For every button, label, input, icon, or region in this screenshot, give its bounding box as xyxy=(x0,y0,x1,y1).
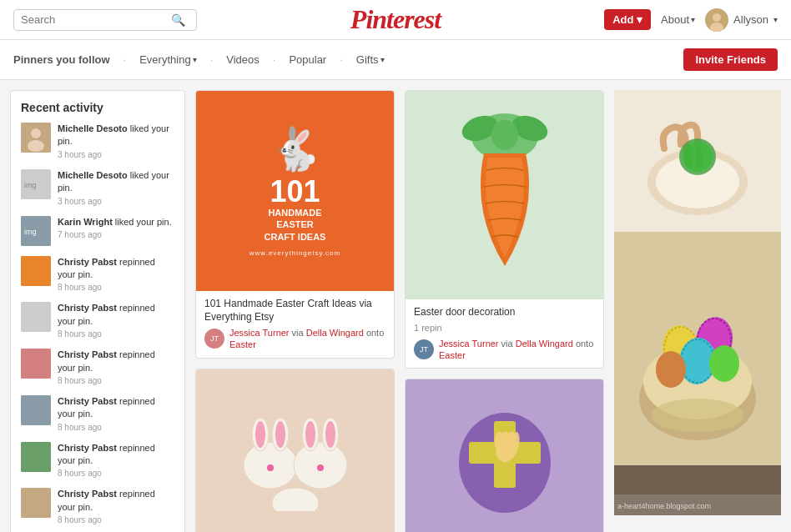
user-menu[interactable]: Allyson ▾ xyxy=(705,8,778,32)
activity-user-name: Christy Pabst xyxy=(58,489,117,499)
about-button[interactable]: About ▾ xyxy=(661,13,695,26)
right-photo-3[interactable]: a-heart4home.blogspot.com xyxy=(614,465,781,515)
user-name: Allyson xyxy=(733,13,768,26)
sep3: · xyxy=(273,53,276,66)
search-button[interactable]: 🔍 xyxy=(171,13,185,27)
activity-user-name: Christy Pabst xyxy=(58,396,117,406)
attr-avatar: JT xyxy=(204,329,224,349)
activity-time: 8 hours ago xyxy=(58,329,174,339)
pin-repin-count: 1 repin xyxy=(414,323,595,333)
add-button[interactable]: Add ▾ xyxy=(604,9,651,30)
pin-image: 🐇 101 HANDMADEEASTERCRAFT IDEAS www.ever… xyxy=(196,91,394,291)
pin-info: Easter door decoration 1 repin JT Jessic… xyxy=(406,299,603,368)
list-item[interactable]: Christy Pabst repinned your pin. 8 hours… xyxy=(21,349,174,385)
attr-board[interactable]: Easter xyxy=(229,339,256,349)
right-photo-1[interactable] xyxy=(614,90,781,232)
list-item[interactable]: img Karin Wright liked your pin. 7 hours… xyxy=(21,216,174,246)
activity-thumb xyxy=(21,395,51,425)
svg-point-28 xyxy=(317,464,324,471)
activity-text: Karin Wright liked your pin. 7 hours ago xyxy=(58,216,172,239)
activity-thumb xyxy=(21,302,51,332)
attr-text: Jessica Turner via Della Wingard onto Ea… xyxy=(229,327,385,351)
attr-link-name[interactable]: Della Wingard xyxy=(306,328,364,338)
pin-attribution: JT Jessica Turner via Della Wingard onto… xyxy=(414,338,595,362)
pin-title: 101 Handmade Easter Craft Ideas via Ever… xyxy=(204,298,385,324)
pin-attribution: JT Jessica Turner via Della Wingard onto… xyxy=(204,327,385,351)
list-item[interactable]: Christy Pabst repinned your pin. 8 hours… xyxy=(21,488,174,524)
videos-link[interactable]: Videos xyxy=(226,53,259,66)
svg-text:img: img xyxy=(24,181,37,189)
pin-title: Easter door decoration xyxy=(414,306,595,319)
activity-time: 8 hours ago xyxy=(58,376,174,385)
everything-link[interactable]: Everything ▾ xyxy=(139,53,196,66)
search-input[interactable] xyxy=(21,13,171,26)
attr-user[interactable]: Jessica Turner xyxy=(229,328,290,338)
activity-text: Christy Pabst repinned your pin. 8 hours… xyxy=(58,349,174,385)
avatar-image xyxy=(705,8,728,32)
sep2: · xyxy=(210,53,214,66)
activity-user-name: Michelle Desoto xyxy=(58,123,128,133)
about-arrow: ▾ xyxy=(691,15,695,24)
svg-point-20 xyxy=(255,421,265,448)
right-photo-3-svg: a-heart4home.blogspot.com xyxy=(614,465,781,515)
attr-onto: onto xyxy=(576,339,593,349)
pin-card[interactable]: 🐇 101 HANDMADEEASTERCRAFT IDEAS www.ever… xyxy=(195,90,395,359)
cross-image xyxy=(406,379,603,532)
list-item[interactable]: Christy Pabst repinned your pin. 8 hours… xyxy=(21,395,174,432)
pin-card[interactable]: Easter door decoration 1 repin JT Jessic… xyxy=(405,90,604,369)
about-label: About xyxy=(661,13,689,26)
pin-image xyxy=(406,91,603,299)
svg-rect-11 xyxy=(21,302,51,332)
svg-point-33 xyxy=(491,120,518,150)
header: 🔍 Pinterest Add ▾ About ▾ Allyson ▾ xyxy=(0,0,791,40)
attr-via: via xyxy=(501,339,516,349)
activity-text: Christy Pabst repinned your pin. 8 hours… xyxy=(58,395,174,432)
invite-friends-button[interactable]: Invite Friends xyxy=(683,48,778,71)
right-photo-2[interactable] xyxy=(614,232,781,465)
search-box[interactable]: 🔍 xyxy=(13,9,197,31)
svg-rect-10 xyxy=(21,256,51,286)
activity-time: 8 hours ago xyxy=(58,423,174,432)
svg-rect-14 xyxy=(21,442,51,472)
carrot-svg xyxy=(455,112,555,279)
attr-user[interactable]: Jessica Turner xyxy=(439,339,499,349)
list-item[interactable]: Christy Pabst repinned your pin. 8 hours… xyxy=(21,442,174,479)
right-photo-1-svg xyxy=(614,90,781,232)
activity-user-name: Christy Pabst xyxy=(58,349,117,359)
popular-link[interactable]: Popular xyxy=(289,53,326,66)
svg-point-22 xyxy=(275,421,285,448)
attr-link-name[interactable]: Della Wingard xyxy=(516,339,573,349)
svg-text:img: img xyxy=(24,228,37,236)
list-item[interactable]: Christy Pabst repinned your pin. 8 hours… xyxy=(21,256,174,293)
recent-activity-title: Recent activity xyxy=(21,101,174,114)
sidebar: Recent activity Michelle Desoto liked yo… xyxy=(10,90,185,532)
easter-craft-image: 🐇 101 HANDMADEEASTERCRAFT IDEAS www.ever… xyxy=(196,91,394,291)
activity-user-name: Christy Pabst xyxy=(58,443,117,453)
activity-thumb xyxy=(21,256,51,286)
activity-time: 3 hours ago xyxy=(58,150,174,159)
right-photo-2-svg xyxy=(614,232,781,465)
pin-card[interactable]: Easter cross handprint craft AH a-heart4… xyxy=(405,379,604,532)
cookies-image xyxy=(196,369,394,532)
list-item[interactable]: Christy Pabst repinned your pin. 8 hours… xyxy=(21,302,174,339)
everything-label: Everything xyxy=(139,53,190,66)
activity-user-name: Karin Wright xyxy=(58,217,113,227)
svg-point-5 xyxy=(28,140,44,152)
list-item[interactable]: img Michelle Desoto liked your pin. 3 ho… xyxy=(21,169,174,206)
pinners-you-follow-label: Pinners you follow xyxy=(13,53,110,66)
everything-arrow: ▾ xyxy=(193,55,197,64)
activity-user-name: Christy Pabst xyxy=(58,257,117,267)
craft-number: 101 xyxy=(270,177,320,207)
activity-thumb: img xyxy=(21,216,51,246)
attr-board[interactable]: Easter xyxy=(439,350,466,360)
pinterest-logo: Pinterest xyxy=(350,4,441,34)
activity-thumb xyxy=(21,349,51,379)
gifts-arrow: ▾ xyxy=(380,55,385,64)
rabbit-icon: 🐇 xyxy=(270,125,321,173)
pin-card[interactable]: Bunny cookies DP Dirty Pinching Dirty Pi… xyxy=(195,369,395,532)
gifts-link[interactable]: Gifts ▾ xyxy=(356,53,385,66)
list-item[interactable]: Michelle Desoto liked your pin. 3 hours … xyxy=(21,123,174,159)
logo[interactable]: Pinterest xyxy=(350,4,441,35)
sep4: · xyxy=(340,53,343,66)
svg-rect-12 xyxy=(21,349,51,379)
